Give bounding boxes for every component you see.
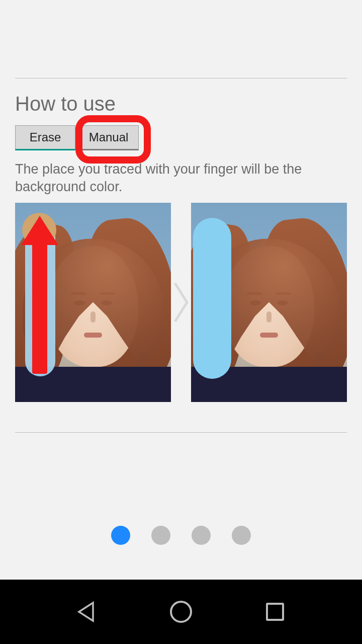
tab-erase[interactable]: Erase (15, 125, 75, 150)
annotation-swipe-arrow-icon (32, 233, 47, 374)
pagination-dots (0, 526, 362, 545)
tab-row: Erase Manual (15, 125, 347, 150)
nav-recent-icon[interactable] (263, 600, 287, 624)
content-area: How to use Erase Manual The place you tr… (0, 0, 362, 433)
android-navbar (0, 580, 362, 644)
demo-images-row (15, 203, 347, 402)
demo-image-after (191, 203, 347, 402)
nav-back-icon[interactable] (75, 600, 99, 624)
screen: How to use Erase Manual The place you tr… (0, 0, 362, 644)
top-spacer (15, 0, 347, 78)
page-dot-3[interactable] (192, 526, 211, 545)
divider-bottom (15, 432, 347, 433)
divider-top (15, 78, 347, 78)
chevron-right-icon (173, 280, 189, 325)
tab-manual[interactable]: Manual (78, 125, 139, 150)
page-dot-1[interactable] (111, 526, 130, 545)
page-title: How to use (15, 93, 347, 115)
svg-marker-0 (79, 603, 93, 621)
page-dot-2[interactable] (151, 526, 170, 545)
demo-image-before (15, 203, 171, 402)
page-dot-4[interactable] (232, 526, 251, 545)
instruction-text: The place you traced with your finger wi… (15, 160, 347, 196)
erased-area-stroke (193, 218, 231, 379)
nav-home-icon[interactable] (169, 600, 193, 624)
